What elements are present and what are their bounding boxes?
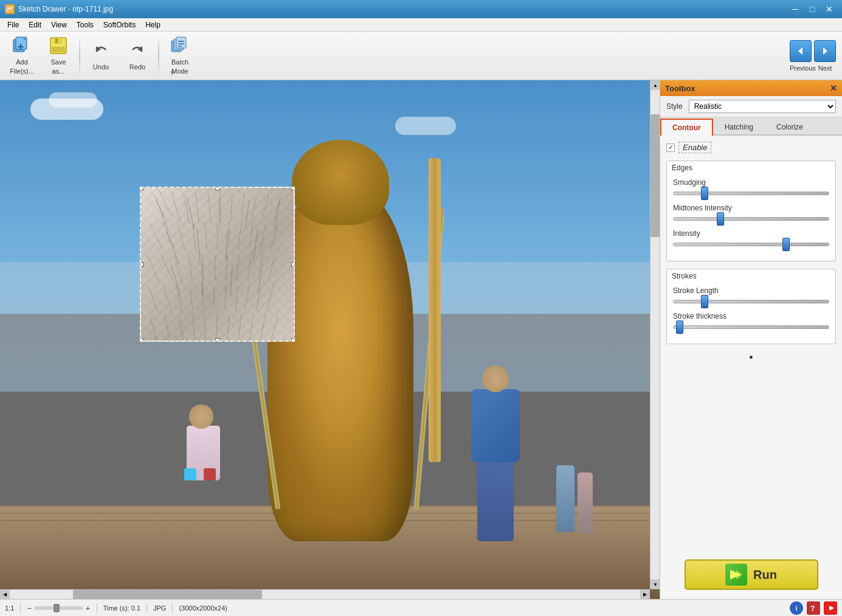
svg-line-63 — [164, 314, 170, 341]
stroke-length-thumb[interactable] — [701, 295, 708, 308]
svg-line-75 — [219, 199, 220, 227]
menu-view[interactable]: View — [46, 18, 72, 31]
svg-line-38 — [260, 224, 266, 250]
tab-contour[interactable]: Contour — [660, 119, 713, 136]
strokes-content: Stroke Length Stroke thickness — [667, 283, 835, 344]
svg-line-78 — [167, 232, 179, 264]
midtones-slider[interactable] — [673, 215, 829, 223]
next-button[interactable] — [814, 40, 836, 62]
svg-rect-14 — [178, 46, 182, 47]
handle-bm[interactable] — [215, 338, 220, 342]
add-files-button[interactable]: AddFile(s)... — [5, 35, 39, 77]
stroke-length-slider[interactable] — [673, 297, 829, 306]
menu-edit[interactable]: Edit — [24, 18, 46, 31]
add-files-label: AddFile(s)... — [10, 58, 34, 75]
toolbox-header: Toolbox ✕ — [660, 80, 842, 96]
handle-mr[interactable] — [291, 262, 295, 267]
youtube-button[interactable] — [824, 601, 837, 615]
save-as-button[interactable]: Saveas... — [41, 35, 75, 77]
canvas-vscroll[interactable]: ▲ ▼ — [650, 80, 660, 589]
menu-softorbits[interactable]: SoftOrbits — [98, 18, 140, 31]
undo-button[interactable]: Undo — [84, 35, 118, 77]
scroll-right-button[interactable]: ▶ — [640, 590, 650, 600]
svg-line-36 — [238, 223, 241, 249]
svg-line-21 — [196, 191, 199, 223]
svg-line-46 — [226, 254, 227, 279]
scroll-left-button[interactable]: ◀ — [0, 590, 10, 600]
handle-tr[interactable] — [291, 187, 295, 190]
info-button[interactable]: i — [790, 601, 803, 615]
batch-mode-button[interactable]: BatchMode — [163, 35, 197, 77]
svg-line-59 — [245, 284, 249, 310]
menu-help[interactable]: Help — [140, 18, 165, 31]
strokes-section: Strokes Stroke Length Stroke thickness — [666, 269, 836, 344]
toolbar: AddFile(s)... Saveas... Undo — [0, 32, 842, 80]
style-label: Style — [666, 102, 683, 111]
toolbox-close-button[interactable]: ✕ — [830, 83, 837, 93]
bg-person-1 — [556, 465, 575, 532]
redo-icon — [128, 41, 147, 61]
zoom-thumb[interactable] — [53, 604, 60, 612]
canvas-hscroll[interactable]: ◀ ▶ — [0, 589, 650, 599]
svg-rect-12 — [178, 41, 184, 42]
close-button[interactable]: ✕ — [821, 2, 837, 16]
menu-file[interactable]: File — [2, 18, 24, 31]
handle-tm[interactable] — [215, 187, 220, 190]
svg-line-86 — [176, 206, 178, 237]
style-select[interactable]: Realistic Artistic Simple — [689, 100, 836, 113]
handle-br[interactable] — [291, 338, 295, 342]
svg-marker-15 — [798, 47, 802, 55]
handle-tl[interactable] — [140, 187, 143, 190]
menu-bar: File Edit View Tools SoftOrbits Help — [0, 18, 842, 32]
canvas-area[interactable]: ◀ ▶ ▲ ▼ — [0, 80, 660, 599]
zoom-slider[interactable] — [34, 606, 83, 610]
intensity-slider[interactable] — [673, 240, 829, 249]
more-indicator: ▾ — [170, 67, 174, 77]
svg-line-71 — [260, 314, 266, 340]
svg-marker-90 — [736, 570, 742, 580]
nav-arrows — [790, 40, 836, 62]
tab-hatching[interactable]: Hatching — [713, 119, 765, 136]
svg-line-31 — [178, 223, 185, 250]
previous-button[interactable] — [790, 40, 812, 62]
midtones-thumb[interactable] — [717, 212, 724, 226]
stroke-thickness-track — [673, 325, 829, 329]
app-icon — [5, 4, 15, 14]
scroll-down-button[interactable]: ▼ — [650, 580, 660, 589]
redo-button[interactable]: Redo — [120, 35, 154, 77]
enable-label-box: Enable — [678, 142, 711, 153]
run-button[interactable]: Run — [685, 559, 818, 590]
menu-tools[interactable]: Tools — [72, 18, 98, 31]
handle-ml[interactable] — [140, 262, 143, 267]
svg-line-35 — [229, 221, 229, 247]
svg-line-72 — [271, 316, 278, 341]
title-text: Sketch Drawer - otp-1711.jpg — [18, 5, 113, 13]
stroke-thickness-slider[interactable] — [673, 323, 829, 331]
svg-marker-16 — [823, 47, 827, 55]
stroke-thickness-thumb[interactable] — [676, 320, 683, 334]
zoom-out-button[interactable]: − — [27, 603, 32, 613]
scroll-up-button[interactable]: ▲ — [650, 80, 660, 90]
svg-line-18 — [159, 191, 171, 215]
svg-line-77 — [275, 201, 280, 227]
maximize-button[interactable]: □ — [804, 2, 820, 16]
enable-checkbox[interactable] — [666, 144, 675, 152]
midtones-label: Midtones Intensity — [673, 204, 829, 212]
svg-line-49 — [258, 255, 263, 279]
status-sep-4 — [172, 603, 173, 613]
smudging-slider[interactable] — [673, 189, 829, 198]
run-label: Run — [753, 568, 777, 582]
save-as-label: Saveas... — [50, 58, 66, 75]
toolbox-content: Enable Edges Smudging — [660, 136, 842, 550]
svg-line-61 — [267, 284, 274, 310]
tab-colorize[interactable]: Colorize — [765, 119, 815, 136]
svg-line-76 — [246, 200, 249, 227]
handle-bl[interactable] — [140, 338, 143, 342]
help-icon-button[interactable]: ? — [807, 601, 820, 615]
intensity-label: Intensity — [673, 229, 829, 238]
intensity-thumb[interactable] — [782, 238, 790, 251]
zoom-in-button[interactable]: + — [85, 603, 90, 613]
smudging-thumb[interactable] — [701, 187, 708, 200]
svg-line-60 — [256, 286, 261, 311]
minimize-button[interactable]: ─ — [787, 2, 803, 16]
